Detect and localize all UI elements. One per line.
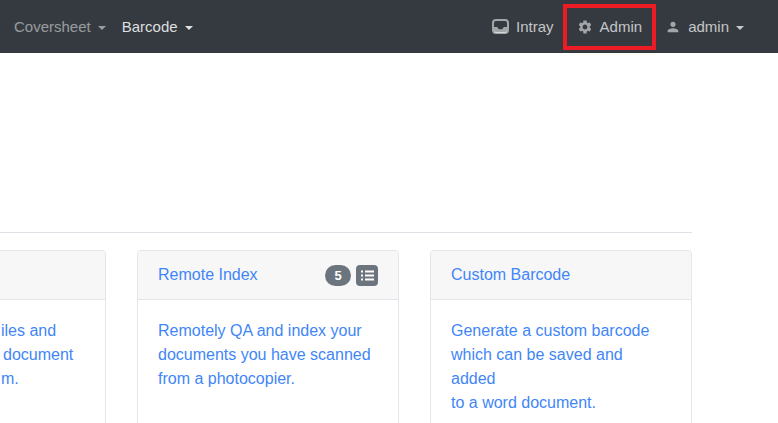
chevron-down-icon (98, 26, 106, 30)
card-clipped-left-link[interactable]: iles and (0, 319, 85, 343)
card-remote-index-header: Remote Index 5 (138, 251, 398, 300)
application-window: Coversheet Barcode Intray (0, 0, 778, 423)
nav-item-intray[interactable]: Intray (484, 18, 562, 35)
navbar: Coversheet Barcode Intray (0, 0, 778, 53)
card-clipped-left-link[interactable]: document (0, 343, 85, 367)
chevron-down-icon (185, 26, 193, 30)
content-divider (0, 232, 692, 233)
nav-item-intray-label: Intray (516, 18, 554, 35)
card-custom-barcode-body: Generate a custom barcode which can be s… (431, 300, 691, 423)
card-custom-barcode-link[interactable]: Generate a custom barcode (451, 319, 671, 343)
list-view-button[interactable] (356, 265, 378, 286)
card-clipped-left: iles and document m. (0, 250, 106, 423)
main-content: iles and document m. Remote Index 5 (0, 53, 692, 423)
card-remote-index-link[interactable]: from a photocopier. (158, 367, 378, 391)
nav-item-admin[interactable]: Admin (573, 18, 647, 35)
card-remote-index-link[interactable]: Remotely QA and index your (158, 319, 378, 343)
nav-item-admin-label: Admin (600, 18, 643, 35)
card-remote-index: Remote Index 5 (137, 250, 399, 423)
list-icon (361, 270, 374, 281)
nav-item-user-menu[interactable]: admin (657, 18, 752, 35)
card-custom-barcode-header: Custom Barcode (431, 251, 691, 300)
nav-item-user-label: admin (688, 18, 729, 35)
card-custom-barcode-title[interactable]: Custom Barcode (451, 263, 570, 287)
card-remote-index-link[interactable]: documents you have scanned (158, 343, 378, 367)
card-custom-barcode: Custom Barcode Generate a custom barcode… (430, 250, 692, 423)
card-remote-index-controls: 5 (325, 265, 378, 286)
card-clipped-left-body: iles and document m. (0, 300, 105, 411)
nav-item-barcode-label: Barcode (122, 18, 178, 35)
nav-item-coversheet-label: Coversheet (14, 18, 91, 35)
person-icon (665, 19, 681, 35)
nav-item-barcode[interactable]: Barcode (114, 18, 201, 35)
card-clipped-left-link[interactable]: m. (0, 367, 85, 391)
chevron-down-icon (736, 26, 744, 30)
gear-icon (577, 19, 593, 35)
nav-item-coversheet[interactable]: Coversheet (6, 18, 114, 35)
count-badge: 5 (325, 265, 351, 286)
card-remote-index-body: Remotely QA and index your documents you… (138, 300, 398, 411)
card-clipped-left-header (0, 251, 105, 300)
inbox-tray-icon (492, 19, 509, 34)
navbar-right-group: Intray Admin admin (484, 4, 752, 50)
card-remote-index-title[interactable]: Remote Index (158, 263, 258, 287)
card-custom-barcode-link[interactable]: which can be saved and added (451, 343, 671, 391)
cards-row: iles and document m. Remote Index 5 (0, 250, 692, 423)
card-custom-barcode-link[interactable]: to a word document. (451, 391, 671, 415)
annotation-rectangle: Admin (563, 4, 657, 50)
